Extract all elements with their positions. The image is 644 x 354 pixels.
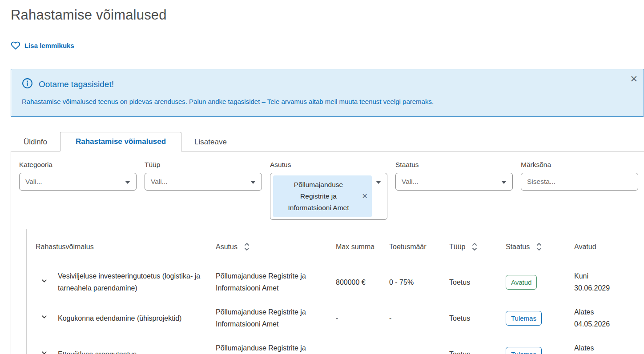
tuup-select[interactable]: Vali...: [145, 173, 262, 191]
funding-tuup: Toetus: [440, 348, 497, 354]
add-to-favorites-label: Lisa lemmikuks: [24, 42, 74, 49]
funding-toetusmaar: -: [380, 348, 440, 354]
tuup-placeholder: Vali...: [151, 178, 168, 186]
status-cell: Avatud: [497, 275, 565, 290]
filter-kategooria: Kategooria Vali...: [19, 161, 137, 191]
chevron-down-icon: [250, 181, 256, 184]
table-row: Kogukonna edendamine (ühisprojektid) Põl…: [27, 300, 644, 336]
funding-tuup: Toetus: [440, 276, 497, 288]
feedback-banner: Ootame tagasisidet! Rahastamise võimalus…: [11, 69, 644, 117]
filter-tuup: Tüüp Vali...: [145, 161, 262, 191]
heart-icon: [11, 41, 20, 50]
funding-max-summa: 800000 €: [327, 276, 380, 288]
remove-chip-icon[interactable]: ✕: [362, 191, 368, 202]
sort-icon[interactable]: [244, 242, 250, 252]
funding-max-summa: -: [327, 312, 380, 324]
filter-marksona: Märksõna: [521, 161, 638, 191]
filter-staatus-label: Staatus: [395, 161, 513, 169]
info-icon: [22, 78, 33, 91]
column-header-staatus: Staatus: [497, 241, 565, 252]
sort-icon[interactable]: [536, 242, 542, 252]
status-badge: Tulemas: [506, 311, 542, 326]
asutus-selected-chip: Põllumajanduse Registrite ja Informatsio…: [273, 175, 372, 217]
add-to-favorites-link[interactable]: Lisa lemmikuks: [11, 41, 74, 50]
tab-bar: Üldinfo Rahastamise võimalused Lisateave: [11, 132, 644, 151]
filter-staatus: Staatus Vali...: [395, 161, 513, 191]
page-title: Rahastamise võimalused: [11, 7, 644, 23]
funding-max-summa: -: [327, 348, 380, 354]
status-cell: Tulemas: [497, 347, 565, 354]
status-badge: Tulemas: [506, 347, 542, 354]
funding-name: Ettevõtluse arengutoetus: [53, 348, 207, 354]
funding-tuup: Toetus: [440, 312, 497, 324]
filter-asutus-label: Asutus: [270, 161, 387, 169]
status-cell: Tulemas: [497, 311, 565, 326]
chevron-down-icon: [40, 312, 48, 324]
funding-asutus: Põllumajanduse Registrite ja Informatsio…: [207, 342, 327, 354]
column-header-toetusmaar: Toetusmäär: [380, 241, 440, 252]
chevron-down-icon: [501, 181, 507, 184]
funding-table: Rahastusvõimalus Asutus Max summa Toetus…: [26, 229, 644, 354]
kategooria-select[interactable]: Vali...: [19, 173, 137, 191]
marksona-input[interactable]: [521, 173, 638, 191]
chevron-down-icon: [40, 276, 48, 288]
tab-uldinfo[interactable]: Üldinfo: [11, 132, 60, 151]
funding-asutus: Põllumajanduse Registrite ja Informatsio…: [207, 270, 327, 294]
banner-body: Rahastamise võimalused teenus on pidevas…: [22, 97, 624, 106]
funding-name: Vesiviljeluse investeeringutoetus (logis…: [53, 270, 207, 294]
filter-asutus: Asutus Põllumajanduse Registrite ja Info…: [270, 161, 387, 220]
funding-avatud: Kuni 30.06.2029: [565, 270, 644, 294]
column-header-asutus: Asutus: [207, 241, 327, 252]
chevron-down-icon: [376, 181, 381, 184]
sort-icon[interactable]: [471, 242, 478, 252]
staatus-placeholder: Vali...: [402, 178, 419, 186]
staatus-select[interactable]: Vali...: [395, 173, 513, 191]
expand-row-button[interactable]: [27, 312, 53, 324]
table-header-row: Rahastusvõimalus Asutus Max summa Toetus…: [27, 229, 644, 264]
column-header-rahastusvoimalus: Rahastusvõimalus: [27, 241, 207, 252]
expand-row-button[interactable]: [27, 276, 53, 288]
table-row: Vesiviljeluse investeeringutoetus (logis…: [27, 264, 644, 300]
funding-avatud: Alates 04.05.2026: [565, 306, 644, 330]
filter-kategooria-label: Kategooria: [19, 161, 137, 169]
funding-toetusmaar: -: [380, 312, 440, 324]
column-header-avatud: Avatud: [565, 241, 644, 252]
table-row: Ettevõtluse arengutoetus Põllumajanduse …: [27, 336, 644, 354]
funding-avatud: Alates 07.09.2026: [565, 342, 644, 354]
kategooria-placeholder: Vali...: [25, 178, 42, 186]
chevron-down-icon: [40, 348, 48, 354]
asutus-selected-value: Põllumajanduse Registrite ja Informatsio…: [288, 181, 349, 211]
column-header-max-summa: Max summa: [327, 241, 380, 252]
close-icon[interactable]: ✕: [630, 74, 638, 84]
funding-toetusmaar: 0 - 75%: [380, 276, 440, 288]
status-badge: Avatud: [506, 275, 537, 290]
funding-name: Kogukonna edendamine (ühisprojektid): [53, 312, 207, 324]
chevron-down-icon: [125, 181, 130, 184]
banner-title: Ootame tagasisidet!: [39, 80, 114, 89]
expand-row-button[interactable]: [27, 348, 53, 354]
funding-asutus: Põllumajanduse Registrite ja Informatsio…: [207, 306, 327, 330]
column-header-tuup: Tüüp: [440, 241, 497, 252]
tab-panel: Kategooria Vali... Tüüp Vali... Asutus P…: [11, 151, 644, 354]
filter-marksona-label: Märksõna: [521, 161, 638, 169]
tab-rahastamise-voimalused[interactable]: Rahastamise võimalused: [60, 132, 181, 151]
filter-tuup-label: Tüüp: [145, 161, 262, 169]
tab-lisateave[interactable]: Lisateave: [181, 132, 240, 151]
asutus-select[interactable]: Põllumajanduse Registrite ja Informatsio…: [270, 173, 387, 220]
filter-bar: Kategooria Vali... Tüüp Vali... Asutus P…: [19, 161, 644, 220]
